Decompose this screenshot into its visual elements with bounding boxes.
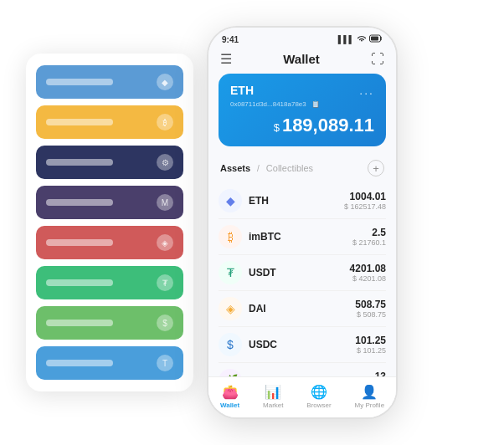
status-time: 9:41 <box>222 35 239 44</box>
eth-card-label: ETH <box>230 84 254 97</box>
asset-item[interactable]: ◆ ETH 1004.01 $ 162517.48 <box>219 183 386 219</box>
card-bar <box>46 159 113 166</box>
card-icon: T <box>157 355 173 371</box>
assets-header: Assets / Collectibles + <box>208 155 396 183</box>
nav-label: Browser <box>306 402 331 409</box>
asset-amount-main: 508.75 <box>355 299 386 310</box>
wifi-icon <box>357 34 367 44</box>
asset-icon-usdc: $ <box>219 333 242 356</box>
card-icon: ₮ <box>157 274 173 291</box>
asset-item[interactable]: $ USDC 101.25 $ 101.25 <box>219 327 386 363</box>
asset-amount-main: 101.25 <box>355 335 386 346</box>
asset-name-usdc: USDC <box>249 339 355 350</box>
menu-icon[interactable]: ☰ <box>220 51 232 67</box>
asset-amounts-usdc: 101.25 $ 101.25 <box>355 335 386 355</box>
asset-amount-usd: $ 162517.48 <box>344 202 386 211</box>
card-bar <box>46 360 113 366</box>
asset-item[interactable]: ₿ imBTC 2.5 $ 21760.1 <box>219 219 386 255</box>
card-bar <box>46 79 113 85</box>
asset-name-imbtc: imBTC <box>249 231 352 243</box>
eth-card-menu[interactable]: ... <box>359 84 374 97</box>
assets-tabs: Assets / Collectibles <box>220 163 313 173</box>
card-stack-item[interactable]: $ <box>36 306 183 340</box>
nav-item-wallet[interactable]: 👛 Wallet <box>220 384 239 409</box>
asset-list: ◆ ETH 1004.01 $ 162517.48 ₿ imBTC 2.5 $ … <box>208 183 396 376</box>
nav-icon: 🌐 <box>311 384 327 400</box>
asset-icon-imbtc: ₿ <box>219 225 242 248</box>
expand-icon[interactable]: ⛶ <box>371 52 384 67</box>
card-bar <box>46 239 113 246</box>
nav-icon: 📊 <box>265 384 281 400</box>
card-stack-item[interactable]: T <box>36 346 183 380</box>
asset-amount-main: 13 <box>375 371 386 376</box>
nav-icon: 👤 <box>361 384 378 400</box>
nav-item-my-profile[interactable]: 👤 My Profile <box>355 384 385 409</box>
card-stack-item[interactable]: ◈ <box>36 226 183 259</box>
nav-item-market[interactable]: 📊 Market <box>263 384 283 409</box>
card-bar <box>46 279 113 286</box>
asset-amounts-dai: 508.75 $ 508.75 <box>355 299 386 319</box>
eth-amount: $189,089.11 <box>230 115 374 136</box>
card-icon: ◈ <box>157 234 173 251</box>
signal-icon: ▌▌▌ <box>338 35 354 43</box>
card-icon: $ <box>157 315 173 331</box>
card-stack-item[interactable]: ₿ <box>36 105 183 139</box>
add-asset-button[interactable]: + <box>368 160 384 176</box>
card-bar <box>46 119 113 125</box>
asset-amount-main: 1004.01 <box>344 191 386 202</box>
assets-separator: / <box>257 164 260 173</box>
card-icon: ◆ <box>157 74 173 90</box>
asset-icon-usdt: ₮ <box>219 261 242 284</box>
battery-icon <box>369 34 383 44</box>
asset-item[interactable]: 🌿 TFT 13 0 <box>219 363 386 376</box>
nav-label: Market <box>263 402 283 409</box>
asset-amounts-tft: 13 0 <box>375 371 386 376</box>
card-stack-item[interactable]: ₮ <box>36 266 183 299</box>
asset-item[interactable]: ◈ DAI 508.75 $ 508.75 <box>219 291 386 327</box>
svg-rect-1 <box>371 37 378 41</box>
asset-icon-tft: 🌿 <box>219 369 242 376</box>
asset-amounts-eth: 1004.01 $ 162517.48 <box>344 191 386 211</box>
assets-tab-collectibles[interactable]: Collectibles <box>266 163 313 173</box>
asset-name-usdt: USDT <box>249 267 350 279</box>
asset-icon-eth: ◆ <box>219 189 242 212</box>
card-icon: ⚙ <box>157 154 173 171</box>
card-icon: M <box>157 194 173 211</box>
asset-name-dai: DAI <box>249 303 355 315</box>
asset-name-eth: ETH <box>249 195 344 207</box>
asset-amount-usd: $ 4201.08 <box>350 274 386 283</box>
asset-amounts-usdt: 4201.08 $ 4201.08 <box>350 263 386 283</box>
asset-amount-main: 4201.08 <box>350 263 386 274</box>
eth-card[interactable]: ETH ... 0x08711d3d...8418a78e3 📋 $189,08… <box>219 74 386 146</box>
asset-amount-usd: $ 21760.1 <box>352 238 386 247</box>
status-icons: ▌▌▌ <box>338 34 383 44</box>
eth-card-top: ETH ... <box>230 84 374 97</box>
asset-amount-main: 2.5 <box>352 227 386 238</box>
nav-label: My Profile <box>355 402 385 409</box>
asset-icon-dai: ◈ <box>219 297 242 320</box>
card-stack-item[interactable]: ◆ <box>36 65 183 99</box>
asset-amount-usd: $ 508.75 <box>355 310 386 319</box>
phone-header: ☰ Wallet ⛶ <box>208 48 396 74</box>
card-bar <box>46 320 113 326</box>
scene: ◆ ₿ ⚙ M ◈ ₮ $ T 9:41 ▌▌▌ <box>9 9 495 436</box>
card-icon: ₿ <box>157 114 173 130</box>
phone-mockup: 9:41 ▌▌▌ <box>207 26 398 419</box>
asset-amounts-imbtc: 2.5 $ 21760.1 <box>352 227 386 247</box>
nav-item-browser[interactable]: 🌐 Browser <box>306 384 331 409</box>
phone-screen: 9:41 ▌▌▌ <box>208 28 396 417</box>
card-bar <box>46 199 113 206</box>
card-stack-item[interactable]: ⚙ <box>36 146 183 179</box>
asset-item[interactable]: ₮ USDT 4201.08 $ 4201.08 <box>219 255 386 291</box>
asset-amount-usd: $ 101.25 <box>355 346 386 355</box>
eth-address: 0x08711d3d...8418a78e3 📋 <box>230 100 374 108</box>
nav-icon: 👛 <box>222 384 239 400</box>
nav-label: Wallet <box>220 402 239 409</box>
card-stack: ◆ ₿ ⚙ M ◈ ₮ $ T <box>26 54 193 391</box>
assets-tab-active[interactable]: Assets <box>220 163 250 173</box>
bottom-nav: 👛 Wallet 📊 Market 🌐 Browser 👤 My Profile <box>208 376 396 417</box>
wallet-title: Wallet <box>283 52 320 66</box>
card-stack-item[interactable]: M <box>36 186 183 219</box>
status-bar: 9:41 ▌▌▌ <box>208 28 396 48</box>
